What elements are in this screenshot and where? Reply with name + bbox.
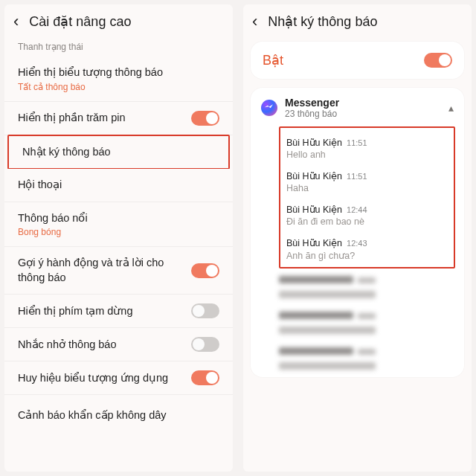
row-pause-button[interactable]: Hiển thị phím tạm dừng xyxy=(4,295,233,328)
row-floating[interactable]: Thông báo nổi Bong bóng xyxy=(4,202,233,248)
row-sub: Bong bóng xyxy=(18,227,88,237)
notification-item[interactable]: Bùi Hữu Kiện11:51 Hello anh xyxy=(286,134,448,167)
page-title: Nhật ký thông báo xyxy=(268,13,377,30)
back-icon[interactable]: ‹ xyxy=(13,13,19,30)
messenger-icon xyxy=(261,100,277,116)
back-icon[interactable]: ‹ xyxy=(252,13,257,30)
header: ‹ Cài đặt nâng cao xyxy=(4,4,233,36)
row-title: Nhắc nhở thông báo xyxy=(18,338,116,353)
message-body: Anh ăn gì chưa? xyxy=(286,250,448,261)
notification-item[interactable]: Bùi Hữu Kiện12:44 Đi ăn đi em bao nè xyxy=(286,201,448,234)
message-body: Đi ăn đi em bao nè xyxy=(286,216,448,227)
toggle-pause[interactable] xyxy=(191,303,219,318)
group-name: Messenger xyxy=(285,97,339,109)
toggle-battery[interactable] xyxy=(191,111,219,126)
message-body: Hello anh xyxy=(286,149,448,160)
group-header[interactable]: Messenger 23 thông báo ▴ xyxy=(260,94,455,125)
row-notification-icons[interactable]: Hiển thị biểu tượng thông báo Tất cả thô… xyxy=(4,57,233,102)
row-title: Gợi ý hành động và trả lời cho thông báo xyxy=(18,256,191,285)
page-title: Cài đặt nâng cao xyxy=(29,13,131,30)
time: 12:43 xyxy=(347,239,367,248)
sender: Bùi Hữu Kiện xyxy=(286,171,342,181)
row-conversations[interactable]: Hội thoại xyxy=(4,169,233,202)
row-battery-percent[interactable]: Hiển thị phần trăm pin xyxy=(4,102,233,135)
notification-log-screen: ‹ Nhật ký thông báo Bật Messenger 23 thô… xyxy=(243,4,472,472)
sender: Bùi Hữu Kiện xyxy=(286,205,342,215)
toggle-badge[interactable] xyxy=(191,370,219,385)
row-title: Hội thoại xyxy=(18,178,62,193)
row-suggest-actions[interactable]: Gợi ý hành động và trả lời cho thông báo xyxy=(4,247,233,295)
row-emergency[interactable]: Cảnh báo khẩn cấp không dây xyxy=(4,399,233,432)
toggle-suggest[interactable] xyxy=(191,263,219,278)
row-title: Hiển thị phần trăm pin xyxy=(18,111,126,126)
toggle-reminder[interactable] xyxy=(191,337,219,352)
blurred-notifications xyxy=(279,273,455,370)
blurred-item xyxy=(279,344,455,370)
section-label: Thanh trạng thái xyxy=(4,36,233,57)
blurred-item xyxy=(279,309,455,334)
on-label: Bật xyxy=(263,52,283,68)
row-sub: Tất cả thông báo xyxy=(18,82,163,92)
row-title: Huy hiệu biểu tượng ứng dụng xyxy=(18,371,168,386)
time: 11:51 xyxy=(347,172,367,181)
row-title: Thông báo nổi xyxy=(18,211,88,226)
highlight-messages: Bùi Hữu Kiện11:51 Hello anh Bùi Hữu Kiện… xyxy=(279,126,455,268)
message-body: Haha xyxy=(286,183,448,193)
row-badge[interactable]: Huy hiệu biểu tượng ứng dụng xyxy=(4,361,233,395)
app-group-messenger: Messenger 23 thông báo ▴ Bùi Hữu Kiện11:… xyxy=(251,88,464,377)
chevron-up-icon[interactable]: ▴ xyxy=(448,102,454,114)
sender: Bùi Hữu Kiện xyxy=(286,238,342,248)
time: 12:44 xyxy=(347,205,367,214)
toggle-master[interactable] xyxy=(424,53,452,68)
notification-item[interactable]: Bùi Hữu Kiện11:51 Haha xyxy=(286,167,448,201)
blurred-item xyxy=(279,273,455,298)
master-toggle-card: Bật xyxy=(251,42,464,79)
group-count: 23 thông báo xyxy=(285,109,339,119)
row-title: Hiển thị biểu tượng thông báo xyxy=(18,65,163,80)
time: 11:51 xyxy=(347,138,367,147)
settings-screen: ‹ Cài đặt nâng cao Thanh trạng thái Hiển… xyxy=(4,4,233,472)
highlight-notification-log: Nhật ký thông báo xyxy=(7,135,230,170)
row-notification-log[interactable]: Nhật ký thông báo xyxy=(9,136,228,169)
row-reminder[interactable]: Nhắc nhở thông báo xyxy=(4,328,233,361)
header: ‹ Nhật ký thông báo xyxy=(243,4,472,36)
sender: Bùi Hữu Kiện xyxy=(286,138,342,148)
row-title: Cảnh báo khẩn cấp không dây xyxy=(18,408,167,423)
row-title: Hiển thị phím tạm dừng xyxy=(18,304,133,319)
notification-item[interactable]: Bùi Hữu Kiện12:43 Anh ăn gì chưa? xyxy=(286,234,448,263)
row-title: Nhật ký thông báo xyxy=(22,145,111,160)
